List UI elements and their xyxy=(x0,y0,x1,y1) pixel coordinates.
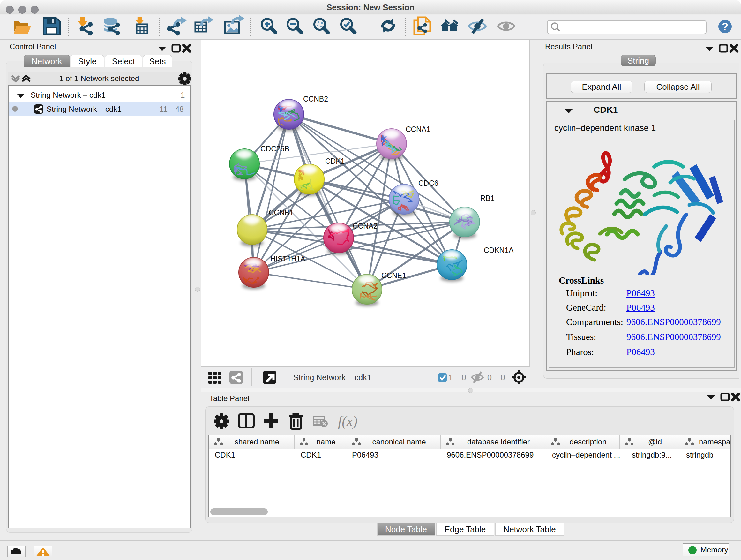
svg-text:CDC6: CDC6 xyxy=(418,179,439,187)
svg-text:CCNA1: CCNA1 xyxy=(406,125,430,133)
svg-text:CCNA2: CCNA2 xyxy=(353,222,378,230)
svg-text:RB1: RB1 xyxy=(480,194,495,202)
svg-text:?: ? xyxy=(722,20,729,33)
svg-text:CCNB2: CCNB2 xyxy=(303,95,328,103)
svg-text:CDK1: CDK1 xyxy=(325,157,345,165)
svg-text:CDC25B: CDC25B xyxy=(260,145,289,153)
svg-text:HIST1H1A: HIST1H1A xyxy=(270,255,306,263)
svg-text:CCNB1: CCNB1 xyxy=(269,208,293,217)
svg-text:CCNE1: CCNE1 xyxy=(381,271,406,280)
svg-text:CDKN1A: CDKN1A xyxy=(484,246,514,254)
svg-text:f(x): f(x) xyxy=(338,414,357,429)
